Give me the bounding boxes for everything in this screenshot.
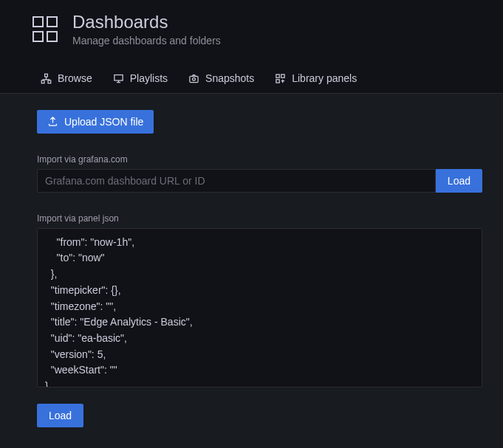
svg-rect-4: [190, 76, 198, 82]
grafana-import-label: Import via grafana.com: [37, 154, 482, 165]
library-panel-icon: [275, 73, 286, 84]
page-title: Dashboards: [72, 12, 221, 33]
svg-point-5: [193, 77, 196, 80]
tab-label: Browse: [58, 72, 92, 84]
svg-rect-6: [276, 75, 279, 77]
dashboards-icon: [32, 16, 59, 43]
svg-rect-7: [281, 75, 284, 77]
svg-rect-0: [45, 74, 48, 77]
import-content: Upload JSON file Import via grafana.com …: [0, 94, 503, 448]
tab-label: Snapshots: [205, 72, 254, 84]
sitemap-icon: [41, 73, 52, 84]
grafana-load-button[interactable]: Load: [436, 169, 482, 193]
camera-icon: [188, 73, 199, 84]
page-header: Dashboards Manage dashboards and folders: [0, 12, 503, 46]
tab-label: Library panels: [292, 72, 357, 84]
upload-icon: [47, 116, 58, 127]
presentation-icon: [113, 73, 124, 84]
page-subtitle: Manage dashboards and folders: [72, 35, 221, 46]
tab-playlists[interactable]: Playlists: [113, 63, 168, 93]
svg-rect-1: [41, 80, 44, 83]
upload-button-label: Upload JSON file: [64, 116, 143, 128]
tabs-bar: Browse Playlists Snapshots Library panel…: [0, 64, 503, 94]
svg-rect-2: [48, 80, 51, 83]
tab-snapshots[interactable]: Snapshots: [188, 63, 254, 93]
json-import-label: Import via panel json: [37, 213, 482, 224]
svg-rect-3: [114, 75, 123, 80]
svg-rect-8: [276, 80, 279, 83]
json-load-button[interactable]: Load: [37, 404, 83, 427]
tab-library-panels[interactable]: Library panels: [275, 63, 357, 93]
tab-browse[interactable]: Browse: [41, 63, 92, 93]
grafana-url-input[interactable]: [37, 169, 436, 193]
panel-json-textarea[interactable]: [37, 228, 482, 387]
upload-json-button[interactable]: Upload JSON file: [37, 110, 154, 134]
tab-label: Playlists: [130, 72, 168, 84]
